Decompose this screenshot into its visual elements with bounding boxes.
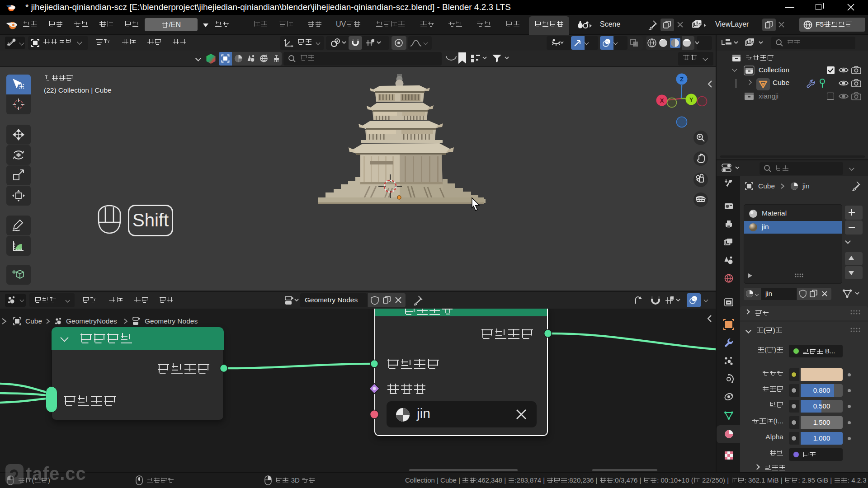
svg-text:Y: Y [689,96,693,103]
svg-text:X: X [660,97,664,104]
svg-text:Z: Z [680,76,684,83]
